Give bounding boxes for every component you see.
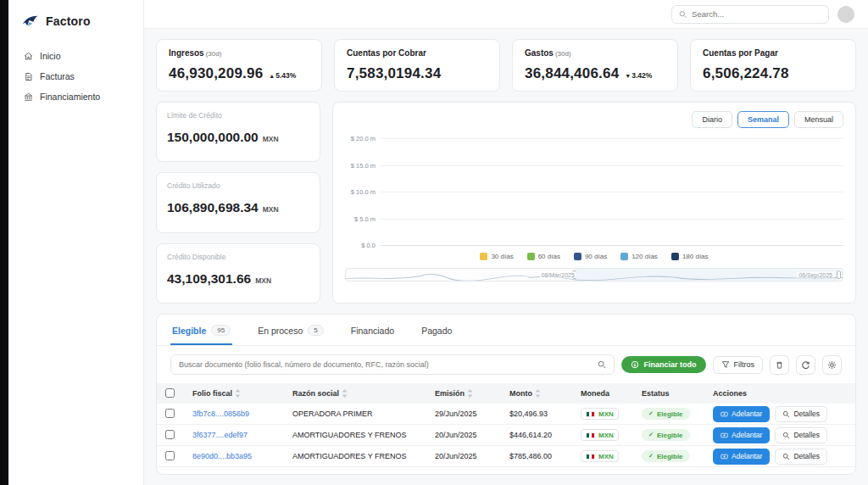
range-mensual-button[interactable]: Mensual bbox=[794, 111, 843, 128]
check-icon: ✓ bbox=[648, 432, 654, 438]
y-tick: $ 0.0 bbox=[361, 242, 376, 249]
monto-cell: $446,614.20 bbox=[509, 431, 581, 439]
main-area: Ingresos(30d) 46,930,209.96▲5.43% Cuenta… bbox=[144, 0, 868, 485]
adelantar-button[interactable]: Adelantar bbox=[713, 449, 770, 465]
kpi-card-ingresos: Ingresos(30d) 46,930,209.96▲5.43% bbox=[156, 39, 322, 92]
table-row: 3f6377....edef97 AMORTIGUADORES Y FRENOS… bbox=[157, 425, 855, 446]
sort-icon[interactable] bbox=[342, 389, 348, 398]
col-acciones: Acciones bbox=[713, 389, 845, 398]
row-checkbox[interactable] bbox=[165, 409, 175, 418]
sidebar-item-facturas[interactable]: Facturas bbox=[8, 66, 143, 86]
col-razon-social[interactable]: Razón social bbox=[292, 389, 435, 398]
check-icon: ✓ bbox=[648, 453, 654, 460]
tab-financiado[interactable]: Financiado bbox=[349, 315, 396, 345]
global-search[interactable] bbox=[671, 5, 829, 24]
global-search-input[interactable] bbox=[692, 9, 821, 19]
tab-count-badge: 95 bbox=[211, 325, 231, 336]
legend-item-120dias[interactable]: 120 días bbox=[620, 253, 658, 260]
filtros-button[interactable]: Filtros bbox=[713, 356, 764, 374]
brush-start-date: 08/Mar/2025 bbox=[540, 272, 576, 278]
credit-value: 43,109,301.66 bbox=[167, 271, 251, 287]
magnifier-icon bbox=[782, 410, 790, 418]
mx-flag-icon bbox=[586, 411, 595, 417]
adelantar-button[interactable]: Adelantar bbox=[713, 427, 770, 443]
select-all-checkbox[interactable] bbox=[165, 388, 175, 398]
range-diario-button[interactable]: Diario bbox=[692, 111, 732, 128]
row-checkbox[interactable] bbox=[165, 430, 175, 439]
credit-available-card: Crédito Disponible 43,109,301.66MXN bbox=[156, 243, 320, 304]
bank-icon bbox=[24, 92, 33, 102]
gear-icon bbox=[827, 360, 837, 370]
brand-logo: Factoro bbox=[8, 7, 143, 46]
credit-used-card: Crédito Utilizado 106,890,698.34MXN bbox=[156, 172, 320, 232]
legend-item-180dias[interactable]: 180 días bbox=[671, 253, 709, 260]
sidebar-item-inicio[interactable]: Inicio bbox=[8, 46, 143, 66]
cash-icon bbox=[721, 410, 728, 418]
sort-icon[interactable] bbox=[535, 389, 541, 398]
legend-swatch-icon bbox=[480, 253, 487, 260]
chart-plot-wrap: $ 20.0 m $ 15.0 m $ 10.0 m $ 5.0 m $ 0.0 bbox=[345, 138, 843, 245]
legend-item-30dias[interactable]: 30 días bbox=[480, 253, 513, 260]
range-semanal-button[interactable]: Semanal bbox=[737, 111, 789, 128]
folio-link[interactable]: 3fb7c8....0856b9 bbox=[192, 410, 292, 418]
row-checkbox[interactable] bbox=[165, 451, 175, 460]
invoice-icon bbox=[24, 72, 33, 81]
col-estatus: Estatus bbox=[642, 389, 713, 398]
currency-badge: MXN bbox=[581, 450, 619, 462]
kpi-card-cuentas-pagar: Cuentas por Pagar 6,506,224.78 bbox=[690, 39, 856, 92]
emision-cell: 20/Jun/2025 bbox=[435, 431, 509, 439]
mx-flag-icon bbox=[586, 432, 595, 438]
search-icon bbox=[598, 360, 606, 369]
sidebar-item-financiamiento[interactable]: Financiamiento bbox=[8, 86, 143, 107]
user-avatar[interactable] bbox=[837, 6, 854, 23]
folio-link[interactable]: 8e90d0....bb3a95 bbox=[192, 452, 292, 460]
tab-elegible[interactable]: Elegible95 bbox=[170, 315, 232, 345]
legend-item-90dias[interactable]: 90 días bbox=[574, 253, 607, 260]
detalles-button[interactable]: Detalles bbox=[775, 449, 827, 465]
filter-icon bbox=[721, 360, 730, 369]
credit-column: Límite de Crédito 150,000,000.00MXN Créd… bbox=[156, 102, 320, 304]
content: Ingresos(30d) 46,930,209.96▲5.43% Cuenta… bbox=[144, 29, 868, 485]
refresh-button[interactable] bbox=[796, 355, 815, 375]
financiar-todo-button[interactable]: Financiar todo bbox=[621, 356, 705, 373]
status-badge: ✓Elegible bbox=[642, 429, 690, 441]
magnifier-icon bbox=[782, 432, 790, 439]
adelantar-button[interactable]: Adelantar bbox=[713, 406, 770, 422]
chart-zoom-brush[interactable]: 08/Mar/2025 06/Sep/2025 bbox=[345, 268, 843, 282]
search-icon bbox=[679, 10, 687, 19]
credit-label: Crédito Utilizado bbox=[167, 181, 309, 190]
detalles-button[interactable]: Detalles bbox=[775, 406, 827, 422]
chart-range-toggle: Diario Semanal Mensual bbox=[345, 111, 843, 128]
chart-card: Diario Semanal Mensual $ 20.0 m $ 15.0 m… bbox=[332, 102, 856, 304]
legend-item-60dias[interactable]: 60 días bbox=[527, 253, 560, 260]
sort-icon[interactable] bbox=[235, 389, 241, 398]
col-monto[interactable]: Monto bbox=[509, 389, 581, 398]
kpi-card-cuentas-cobrar: Cuentas por Cobrar 7,583,0194.34 bbox=[334, 39, 500, 92]
credit-value: 106,890,698.34 bbox=[167, 200, 259, 215]
row-actions: Adelantar Detalles bbox=[713, 406, 845, 422]
detalles-button[interactable]: Detalles bbox=[775, 427, 827, 443]
kpi-label: Cuentas por Cobrar bbox=[347, 48, 487, 58]
kpi-value: 46,930,209.96 bbox=[169, 65, 263, 82]
brush-end-handle[interactable] bbox=[837, 270, 841, 279]
sidebar-item-label: Facturas bbox=[40, 71, 75, 81]
legend-swatch-icon bbox=[574, 253, 581, 260]
table-row: 3fb7c8....0856b9 OPERADORA PRIMER 29/Jun… bbox=[157, 404, 855, 425]
kpi-row: Ingresos(30d) 46,930,209.96▲5.43% Cuenta… bbox=[156, 39, 856, 92]
monto-cell: $20,496.93 bbox=[509, 410, 581, 418]
delta-up-icon: ▲ bbox=[269, 73, 275, 79]
sidebar-item-label: Inicio bbox=[40, 51, 61, 61]
col-emision[interactable]: Emisión bbox=[435, 389, 509, 398]
sort-icon[interactable] bbox=[467, 389, 473, 398]
folio-link[interactable]: 3f6377....edef97 bbox=[192, 431, 292, 439]
settings-button[interactable] bbox=[822, 355, 842, 375]
delete-button[interactable] bbox=[770, 355, 789, 375]
document-search[interactable] bbox=[170, 354, 615, 375]
tab-en-proceso[interactable]: En proceso5 bbox=[256, 315, 326, 345]
chart-y-axis: $ 20.0 m $ 15.0 m $ 10.0 m $ 5.0 m $ 0.0 bbox=[345, 138, 381, 245]
tab-pagado[interactable]: Pagado bbox=[420, 315, 453, 345]
document-search-input[interactable] bbox=[179, 360, 593, 369]
currency-label: MXN bbox=[263, 135, 279, 143]
middle-row: Límite de Crédito 150,000,000.00MXN Créd… bbox=[156, 102, 856, 304]
col-folio-fiscal[interactable]: Folio fiscal bbox=[192, 389, 292, 398]
